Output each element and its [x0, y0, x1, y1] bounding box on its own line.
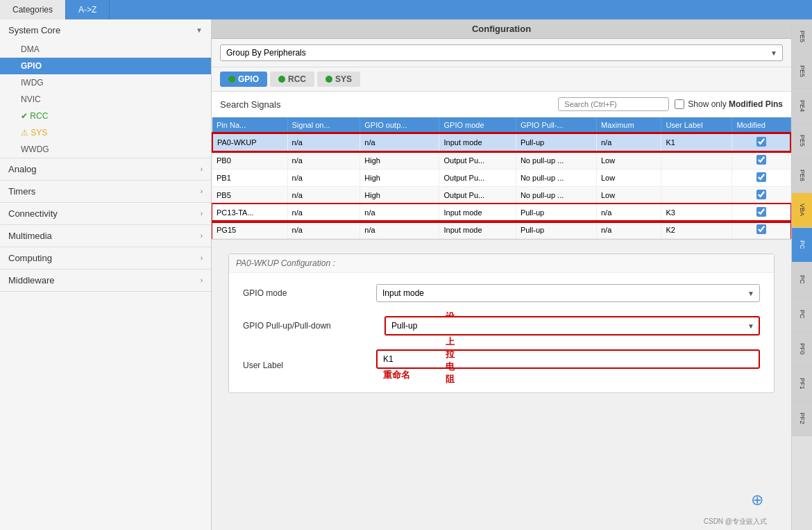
- middleware-label: Middleware: [8, 275, 54, 285]
- cell-pin: PC13-TA...: [212, 204, 287, 222]
- sidebar-section-connectivity: Connectivity ›: [0, 203, 211, 225]
- col-modified: Modified: [732, 117, 790, 133]
- sidebar-section-header-computing[interactable]: Computing ›: [0, 247, 211, 269]
- right-label-pc2[interactable]: PC: [792, 263, 812, 297]
- sys-dot: [325, 76, 332, 83]
- gpio-tab-label: GPIO: [238, 74, 259, 84]
- cell-max: n/a: [596, 204, 661, 222]
- sidebar-item-nvic[interactable]: NVIC: [0, 91, 211, 108]
- rcc-dot: [278, 76, 285, 83]
- analog-label: Analog: [8, 164, 36, 174]
- cell-gpio-out: High: [360, 169, 439, 187]
- gpio-pull-label: GPIO Pull-up/Pull-down: [243, 321, 368, 331]
- col-gpio-mode: GPIO mode: [439, 117, 516, 133]
- table-row[interactable]: PG15 n/a n/a Input mode Pull-up n/a K2: [212, 222, 790, 239]
- zoom-icon[interactable]: ⊕: [751, 491, 763, 509]
- cell-pin: PB0: [212, 151, 287, 169]
- tab-categories[interactable]: Categories: [0, 0, 66, 19]
- peri-tab-rcc[interactable]: RCC: [270, 72, 314, 87]
- user-label-input[interactable]: [376, 349, 760, 369]
- cell-label: K1: [661, 133, 732, 151]
- cell-modified: [732, 151, 790, 169]
- main-layout: System Core ▼ DMA GPIO IWDG NVIC ✔ RCC ⚠…: [0, 19, 812, 530]
- system-core-chevron: ▼: [196, 26, 203, 34]
- right-label-pe5-3[interactable]: PE5: [792, 124, 812, 158]
- gpio-pull-control: Pull-up Pull-down No pull-up and no pull…: [384, 316, 760, 336]
- cell-gpio-pull: Pull-up: [516, 133, 596, 151]
- cell-modified: [732, 169, 790, 187]
- user-label-label: User Label: [243, 361, 368, 370]
- col-user-label: User Label: [661, 117, 732, 133]
- group-by-select-wrapper: Group By Peripherals Group By GPIO Mode: [220, 44, 783, 61]
- search-input[interactable]: [558, 97, 669, 111]
- sidebar-section-header-multimedia[interactable]: Multimedia ›: [0, 225, 211, 247]
- right-label-pf0[interactable]: PF0: [792, 332, 812, 367]
- multimedia-label: Multimedia: [8, 231, 52, 241]
- search-right: Show only Modified Pins: [558, 97, 783, 111]
- system-core-label: System Core: [8, 25, 60, 35]
- computing-chevron: ›: [201, 254, 203, 262]
- right-label-pc3[interactable]: PC: [792, 297, 812, 332]
- cell-gpio-pull: No pull-up ...: [516, 151, 596, 169]
- cell-modified: [732, 204, 790, 222]
- sidebar-item-dma[interactable]: DMA: [0, 41, 211, 58]
- table-row[interactable]: PB1 n/a High Output Pu... No pull-up ...…: [212, 169, 790, 187]
- config-row-user-label: User Label 重命名: [243, 349, 760, 381]
- right-label-pe5-2[interactable]: PE5: [792, 54, 812, 89]
- sidebar-section-middleware: Middleware ›: [0, 270, 211, 292]
- show-modified-checkbox[interactable]: [675, 99, 684, 109]
- sidebar-section-header-analog[interactable]: Analog ›: [0, 158, 211, 180]
- col-gpio-out: GPIO outp...: [360, 117, 439, 133]
- gpio-table: Pin Na... Signal on... GPIO outp... GPIO…: [212, 117, 791, 239]
- table-row[interactable]: PA0-WKUP n/a n/a Input mode Pull-up n/a …: [212, 133, 790, 151]
- cell-signal: n/a: [287, 151, 360, 169]
- cell-gpio-mode: Output Pu...: [439, 169, 516, 187]
- gpio-pull-select[interactable]: Pull-up Pull-down No pull-up and no pull…: [384, 316, 760, 336]
- sidebar-section-multimedia: Multimedia ›: [0, 225, 211, 247]
- sidebar-item-iwdg[interactable]: IWDG: [0, 74, 211, 91]
- table-row[interactable]: PB0 n/a High Output Pu... No pull-up ...…: [212, 151, 790, 169]
- right-labels-panel: PE5 PE5 PE4 PE5 PE6 VBA PC PC PC PF0 PF1…: [791, 19, 812, 530]
- show-modified-label: Show only Modified Pins: [688, 99, 783, 109]
- right-label-pf2[interactable]: PF2: [792, 401, 812, 436]
- col-signal: Signal on...: [287, 117, 360, 133]
- cell-max: Low: [596, 151, 661, 169]
- sidebar-item-sys[interactable]: ⚠ SYS: [0, 124, 211, 141]
- sidebar-item-gpio[interactable]: GPIO: [0, 58, 211, 74]
- sidebar-section-header-connectivity[interactable]: Connectivity ›: [0, 203, 211, 224]
- peripheral-tabs: GPIO RCC SYS: [212, 67, 791, 92]
- peri-tab-gpio[interactable]: GPIO: [220, 72, 267, 87]
- right-label-pc1[interactable]: PC: [792, 228, 812, 263]
- cell-signal: n/a: [287, 222, 360, 239]
- table-row[interactable]: PB5 n/a High Output Pu... No pull-up ...…: [212, 187, 790, 204]
- right-label-pf1[interactable]: PF1: [792, 367, 812, 401]
- user-label-control: 重命名: [376, 349, 760, 381]
- cell-max: Low: [596, 169, 661, 187]
- cell-max: n/a: [596, 133, 661, 151]
- right-label-pe4[interactable]: PE4: [792, 89, 812, 124]
- multimedia-chevron: ›: [201, 232, 203, 240]
- sidebar-section-header-timers[interactable]: Timers ›: [0, 181, 211, 202]
- annotation-rename-text: 重命名: [383, 370, 410, 380]
- cell-gpio-pull: Pull-up: [516, 204, 596, 222]
- cell-signal: n/a: [287, 187, 360, 204]
- config-section-title: PA0-WKUP Configuration :: [229, 254, 774, 273]
- sidebar-section-header-system-core[interactable]: System Core ▼: [0, 19, 211, 41]
- group-by-select[interactable]: Group By Peripherals Group By GPIO Mode: [220, 44, 783, 61]
- right-label-pe6[interactable]: PE6: [792, 158, 812, 193]
- cell-pin: PA0-WKUP: [212, 133, 287, 151]
- search-signals-label: Search Signals: [220, 99, 280, 110]
- sidebar-item-wwdg[interactable]: WWDG: [0, 141, 211, 158]
- table-row[interactable]: PC13-TA... n/a n/a Input mode Pull-up n/…: [212, 204, 790, 222]
- peri-tab-sys[interactable]: SYS: [317, 72, 360, 87]
- tab-az[interactable]: A->Z: [66, 0, 110, 19]
- right-label-vba[interactable]: VBA: [792, 193, 812, 228]
- right-label-pe5-1[interactable]: PE5: [792, 19, 812, 54]
- cell-gpio-out: n/a: [360, 222, 439, 239]
- sidebar-section-header-middleware[interactable]: Middleware ›: [0, 270, 211, 291]
- sidebar-item-rcc[interactable]: ✔ RCC: [0, 108, 211, 124]
- cell-label: [661, 187, 732, 204]
- cell-gpio-mode: Input mode: [439, 222, 516, 239]
- gpio-mode-select[interactable]: Input mode Output mode Analog: [376, 284, 760, 302]
- group-by-row: Group By Peripherals Group By GPIO Mode: [212, 39, 791, 67]
